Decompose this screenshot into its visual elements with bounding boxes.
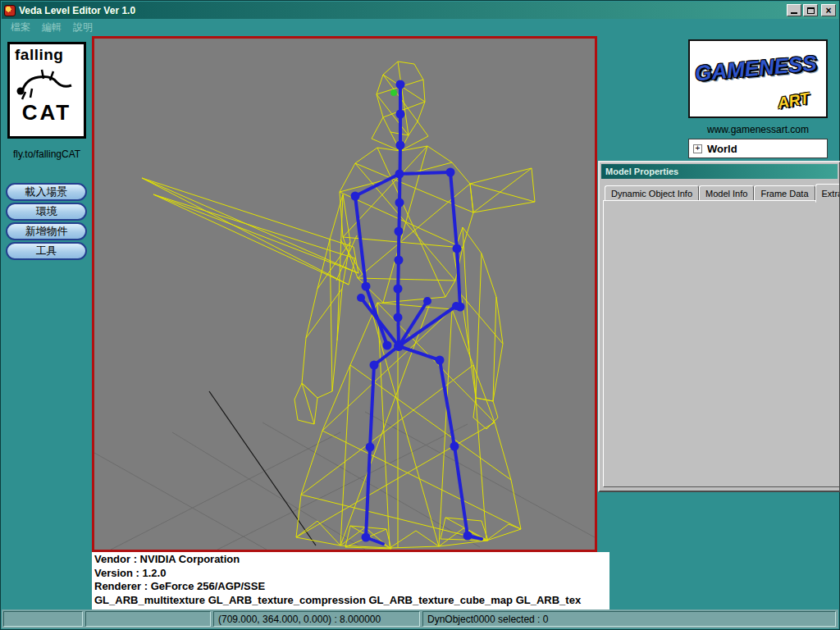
- tab-content-panel: [603, 200, 840, 487]
- gl-renderer: Renderer : GeForce 256/AGP/SSE: [94, 580, 607, 594]
- logo-caption: fly.to/fallingCAT: [1, 148, 93, 160]
- load-scene-button[interactable]: 載入場景: [6, 183, 87, 201]
- tab-extra-data[interactable]: Extra Da: [815, 184, 840, 203]
- status-panel-2: [85, 611, 211, 627]
- tab-model-info[interactable]: Model Info: [699, 185, 754, 201]
- menu-help[interactable]: 說明: [73, 21, 93, 34]
- gameness-art-text: ART: [777, 89, 811, 112]
- gl-vendor: Vendor : NVIDIA Corporation: [94, 553, 607, 567]
- status-panel-1: [3, 611, 83, 627]
- menu-bar: 檔案 編輯 說明: [2, 19, 838, 35]
- tree-root-world[interactable]: World: [707, 143, 737, 155]
- application-window: Veda Level Editor Ver 1.0 × 檔案 編輯 說明 fal…: [0, 0, 840, 630]
- maximize-icon: [807, 7, 815, 14]
- app-icon: [4, 5, 16, 16]
- mesh-wireframe: [142, 62, 535, 549]
- tab-strip: Dynamic Object Info Model Info Frame Dat…: [605, 184, 839, 201]
- gl-extensions: GL_ARB_multitexture GL_ARB_texture_compr…: [94, 594, 607, 608]
- minimize-button[interactable]: [787, 4, 801, 16]
- logo-text-falling: falling: [10, 44, 84, 64]
- falling-cat-icon: [14, 64, 80, 102]
- selection-marker: [390, 89, 397, 96]
- minimize-icon: [791, 12, 797, 14]
- close-icon: ×: [825, 6, 831, 16]
- status-bar: (709.000, 364.000, 0.000) : 8.000000 Dyn…: [2, 609, 838, 628]
- gameness-logo-text: GAMENESS: [694, 51, 818, 87]
- status-selection: DynObject0000 selected : 0: [422, 611, 836, 627]
- window-controls: ×: [787, 4, 836, 16]
- gl-info-panel: Vendor : NVIDIA Corporation Version : 1.…: [92, 552, 609, 612]
- scene-tree: + World: [688, 139, 828, 158]
- model-properties-window: Model Properties Dynamic Object Info Mod…: [598, 161, 840, 492]
- maximize-button[interactable]: [803, 4, 818, 16]
- gameness-logo: GAMENESS ART: [688, 39, 828, 118]
- window-title: Veda Level Editor Ver 1.0: [19, 5, 787, 16]
- tab-dynamic-object-info[interactable]: Dynamic Object Info: [605, 185, 699, 201]
- model-properties-title: Model Properties: [605, 167, 678, 176]
- status-coordinates: (709.000, 364.000, 0.000) : 8.000000: [213, 611, 420, 627]
- gl-version: Version : 1.2.0: [94, 567, 607, 581]
- model-properties-titlebar[interactable]: Model Properties: [601, 164, 838, 179]
- viewport-3d[interactable]: [92, 36, 597, 552]
- wireframe-model: [94, 39, 595, 550]
- environment-button[interactable]: 環境: [6, 203, 87, 221]
- add-object-button[interactable]: 新增物件: [6, 222, 87, 240]
- tree-expander-icon[interactable]: +: [693, 144, 702, 153]
- menu-edit[interactable]: 編輯: [42, 21, 62, 34]
- fallingcat-logo: falling CAT: [7, 42, 86, 139]
- title-bar: Veda Level Editor Ver 1.0 ×: [2, 2, 838, 19]
- axis-line: [209, 391, 316, 546]
- tab-frame-data[interactable]: Frame Data: [754, 185, 815, 201]
- tools-button[interactable]: 工具: [6, 242, 87, 260]
- website-link[interactable]: www.gamenessart.com: [687, 124, 829, 135]
- close-button[interactable]: ×: [821, 4, 836, 16]
- logo-text-cat: CAT: [10, 100, 84, 126]
- menu-file[interactable]: 檔案: [11, 21, 30, 34]
